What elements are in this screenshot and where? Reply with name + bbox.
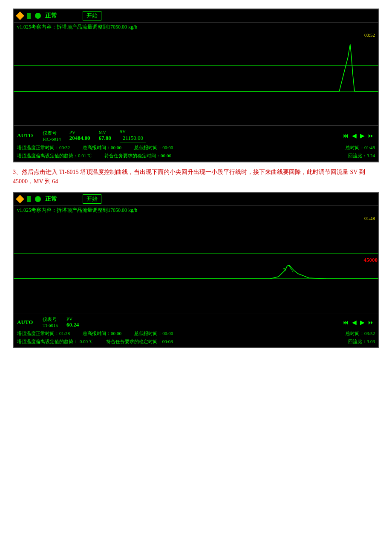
- sv-group-1: SV 21150.00: [120, 129, 146, 142]
- stat2-2: 总高报时间：00:00: [83, 330, 121, 337]
- mv-group-1: MV 67.88: [99, 130, 111, 142]
- stat1-1: 塔顶温度正常时间：00:32: [17, 145, 70, 151]
- nav-last-2[interactable]: ⏭: [367, 319, 375, 326]
- start-button-2[interactable]: 开始: [83, 194, 101, 204]
- panel1-chart: 00:52: [14, 32, 378, 125]
- panel2-header: 正常 开始: [14, 193, 378, 206]
- panel2-chart: 01:48 45000: [14, 215, 378, 313]
- pv-label-1: PV: [69, 130, 75, 135]
- panel2-row3: 塔顶温度偏离设定值的趋势：-0.00 ℃ 符合任务要求的稳定时间：00:08 回…: [17, 338, 375, 346]
- panel1-chart-svg: [14, 32, 378, 125]
- diamond-icon-2: [16, 195, 24, 203]
- auto-label-2: AUTO: [17, 319, 34, 326]
- panel2-row2: 塔顶温度正常时间：01:28 总高报时间：00:00 总低报时间：00:00 总…: [17, 330, 375, 338]
- stat4-2: 总时间：03:52: [346, 330, 375, 337]
- panel2-title: v1.025考察内容：拆塔顶产品流量调整到17050.00 kg/h: [17, 207, 137, 214]
- panel1: 正常 开始 v1.025考察内容：拆塔顶产品流量调整到17050.00 kg/h…: [13, 9, 379, 162]
- nav-controls-2: ⏮ ◀ ▶ ⏭: [342, 319, 375, 326]
- page-container: 正常 开始 v1.025考察内容：拆塔顶产品流量调整到17050.00 kg/h…: [0, 0, 392, 362]
- mv-label-1: MV: [99, 130, 107, 135]
- status-text: 正常: [45, 12, 57, 20]
- instrument-group-1: 仪表号 FIC-6014: [43, 130, 61, 142]
- nav-last-1[interactable]: ⏭: [367, 132, 375, 139]
- panel2-title-bar: v1.025考察内容：拆塔顶产品流量调整到17050.00 kg/h: [14, 206, 378, 215]
- stat3-2: 总低报时间：00:00: [134, 330, 173, 337]
- instrument-label-2: 仪表号: [43, 316, 57, 323]
- circle-icon-2: [35, 196, 41, 202]
- rect-icon: [27, 13, 31, 19]
- auto-label-1: AUTO: [17, 132, 34, 139]
- nav-first-2[interactable]: ⏮: [342, 319, 349, 326]
- panel1-row1: AUTO 仪表号 FIC-6014 PV 20484.00 MV 67.88 S…: [17, 127, 375, 144]
- instrument-group-2: 仪表号 TI-6015: [43, 316, 58, 328]
- mv-value-1: 67.88: [99, 135, 111, 142]
- stat5-1: 塔顶温度偏离设定值的趋势：0.01 ℃: [17, 153, 92, 159]
- sv-value-1: 21150.00: [120, 134, 146, 142]
- instrument-label-1: 仪表号: [43, 130, 57, 136]
- panel2-bottom: AUTO 仪表号 TI-6015 PV 60.24 ⏮ ◀ ▶ ⏭: [14, 313, 378, 347]
- stat6-2: 符合任务要求的稳定时间：00:08: [106, 338, 173, 345]
- panel1-header: 正常 开始: [14, 9, 378, 23]
- nav-controls-1: ⏮ ◀ ▶ ⏭: [342, 132, 375, 139]
- panel2: 正常 开始 v1.025考察内容：拆塔顶产品流量调整到17050.00 kg/h…: [13, 192, 379, 348]
- pv-label-2: PV: [66, 316, 72, 321]
- chart-value-45000: 45000: [364, 257, 378, 263]
- panel1-title: v1.025考察内容：拆塔顶产品流量调整到17050.00 kg/h: [17, 23, 137, 31]
- panel1-bottom: AUTO 仪表号 FIC-6014 PV 20484.00 MV 67.88 S…: [14, 125, 378, 162]
- sv-label-1: SV: [120, 129, 126, 134]
- panel1-row2: 塔顶温度正常时间：00:32 总高报时间：00:00 总低报时间：00:00 总…: [17, 144, 375, 152]
- stat6-1: 符合任务要求的稳定时间：00:00: [104, 153, 171, 159]
- pv-value-2: 60.24: [66, 321, 79, 328]
- panel2-row1: AUTO 仪表号 TI-6015 PV 60.24 ⏮ ◀ ▶ ⏭: [17, 315, 375, 330]
- pv-value-1: 20484.00: [69, 135, 90, 142]
- panel1-row3: 塔顶温度偏离设定值的趋势：0.01 ℃ 符合任务要求的稳定时间：00:00 回流…: [17, 152, 375, 160]
- instrument-id-2: TI-6015: [43, 323, 58, 328]
- diamond-icon: [16, 12, 24, 20]
- pv-group-2: PV 60.24: [66, 316, 79, 328]
- stat4-1: 总时间：01:48: [346, 145, 375, 151]
- circle-icon: [35, 13, 41, 19]
- nav-prev-1[interactable]: ◀: [351, 132, 357, 139]
- panel2-chart-svg: [14, 215, 378, 313]
- instrument-id-1: FIC-6014: [43, 136, 61, 142]
- nav-next-1[interactable]: ▶: [359, 132, 366, 139]
- stat3-1: 总低报时间：00:00: [134, 145, 173, 151]
- instruction-text: 3、然后点击进入 TI-6015 塔顶温度控制曲线，当出现下面的小尖回升出现一小…: [13, 168, 379, 187]
- start-button[interactable]: 开始: [83, 11, 101, 20]
- stat7-2: 回流比：3.03: [348, 338, 375, 345]
- pv-group-1: PV 20484.00: [69, 130, 90, 142]
- stat5-2: 塔顶温度偏离设定值的趋势：-0.00 ℃: [17, 338, 93, 345]
- panel1-time-label: 00:52: [364, 32, 375, 38]
- status-text-2: 正常: [45, 195, 57, 203]
- panel2-time-label: 01:48: [364, 216, 375, 221]
- stat2-1: 总高报时间：00:00: [83, 145, 121, 151]
- nav-first-1[interactable]: ⏮: [342, 132, 349, 139]
- rect-icon-2: [27, 196, 31, 202]
- nav-next-2[interactable]: ▶: [359, 319, 366, 326]
- stat1-2: 塔顶温度正常时间：01:28: [17, 330, 70, 337]
- panel1-title-bar: v1.025考察内容：拆塔顶产品流量调整到17050.00 kg/h: [14, 23, 378, 32]
- nav-prev-2[interactable]: ◀: [351, 319, 357, 326]
- stat7-1: 回流比：3.24: [348, 153, 375, 159]
